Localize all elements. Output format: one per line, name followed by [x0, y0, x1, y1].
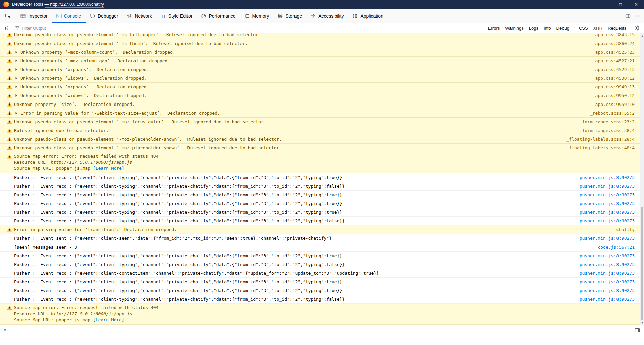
filter-button-xhr[interactable]: XHR — [591, 24, 605, 32]
log-message: Pusher : Event recd : {"event":"client-t… — [14, 278, 574, 286]
filter-button-requests[interactable]: Requests — [605, 24, 629, 32]
source-location-link[interactable]: app.css:9959:10 — [595, 100, 635, 109]
source-location-link[interactable]: app.css:9950:12 — [595, 91, 635, 100]
scrollbar-thumb[interactable] — [641, 207, 643, 320]
more-tools-button[interactable] — [633, 12, 641, 20]
source-location-link[interactable]: pusher.min.js:8:90273 — [580, 173, 635, 182]
disclosure-arrow-icon — [14, 65, 18, 74]
split-panel-button[interactable] — [624, 12, 632, 20]
source-location-link[interactable]: pusher.min.js:8:90273 — [580, 234, 635, 243]
tab-style-editor[interactable]: {}Style Editor — [156, 9, 197, 23]
titlebar: Developer Tools — http://127.0.0.1:8000/… — [0, 0, 644, 9]
sourcemap-warning: Source map error: Error: request failed … — [14, 304, 635, 324]
source-location-link[interactable]: _form-range.scss:23:2 — [580, 118, 635, 126]
source-location-link[interactable]: pusher.min.js:8:90273 — [580, 199, 635, 208]
resource-url-label: Resource URL: — [14, 160, 51, 165]
console-row: Unknown pseudo-class or pseudo-element ‘… — [0, 33, 644, 39]
minimize-button[interactable]: – — [597, 0, 612, 9]
warning-icon — [5, 48, 14, 56]
source-location-link[interactable]: code.js:567:21 — [598, 243, 635, 251]
tab-debugger[interactable]: Debugger — [86, 9, 123, 23]
disclosure-arrow-icon — [14, 91, 18, 100]
source-location-link[interactable]: pusher.min.js:8:90273 — [580, 295, 635, 303]
console-row: Pusher : Event recd : {"event":"client-t… — [0, 252, 644, 260]
tab-application[interactable]: Application — [348, 9, 388, 23]
console-settings-button[interactable] — [633, 24, 641, 32]
source-location-link[interactable]: _form-range.scss:38:4 — [580, 126, 635, 135]
debugger-icon — [90, 13, 95, 19]
filter-button-logs[interactable]: Logs — [526, 24, 541, 32]
source-location-link[interactable]: pusher.min.js:8:90273 — [580, 182, 635, 190]
tab-storage[interactable]: Storage — [273, 9, 306, 23]
source-location-link[interactable]: pusher.min.js:8:90273 — [580, 191, 635, 199]
tab-inspector[interactable]: Inspector — [16, 9, 52, 23]
console-row: Pusher : Event recd : {"event":"client-t… — [0, 286, 644, 295]
log-message: Unknown property ‘-moz-column-gap’. Decl… — [20, 57, 589, 65]
scrollbar-up-arrow[interactable] — [640, 33, 644, 38]
log-message: Unknown property ‘widows’. Declaration d… — [20, 91, 589, 100]
source-location-link[interactable]: pusher.min.js:8:90273 — [580, 260, 635, 269]
filter-button-css[interactable]: CSS — [576, 24, 591, 32]
devtools-tabs: InspectorConsoleDebuggerNetwork{}Style E… — [16, 9, 388, 23]
tab-network[interactable]: Network — [122, 9, 156, 23]
source-location-link[interactable]: app.css:3860:24 — [595, 39, 635, 48]
log-icon-slot — [5, 260, 14, 269]
learn-more-link[interactable]: [Learn More] — [93, 166, 124, 171]
console-row: Pusher : Event recd : {"event":"client-t… — [0, 278, 644, 286]
source-location-link[interactable]: pusher.min.js:8:90273 — [580, 278, 635, 286]
learn-more-link[interactable]: [Learn More] — [93, 317, 124, 322]
toolbar-divider — [574, 25, 574, 31]
filter-button-errors[interactable]: Errors — [485, 24, 502, 32]
console-command-input[interactable] — [10, 325, 641, 334]
warning-icon — [5, 57, 14, 65]
source-location-link[interactable]: pusher.min.js:8:90273 — [580, 286, 635, 295]
source-location-link[interactable]: app.css:4525:23 — [595, 48, 635, 56]
console-editor-area[interactable] — [0, 334, 644, 336]
source-location-link[interactable]: _reboot.scss:55:2 — [590, 109, 635, 117]
console-icon — [56, 13, 62, 19]
source-location-link[interactable]: _floating-labels.scss:48:4 — [567, 144, 635, 152]
scrollbar-down-arrow[interactable] — [640, 321, 644, 325]
vertical-scrollbar[interactable] — [640, 33, 644, 325]
tab-label: Application — [360, 13, 383, 19]
source-location-link[interactable]: pusher.min.js:8:90273 — [580, 269, 635, 277]
tab-label: Debugger — [98, 13, 118, 19]
filter-button-debug[interactable]: Debug — [554, 24, 572, 32]
source-location-link[interactable]: app.css:4527:21 — [595, 57, 635, 65]
tab-console[interactable]: Console — [52, 9, 86, 23]
log-message: Pusher : Event recd : {"event":"client-t… — [14, 199, 574, 208]
source-location-link[interactable]: _floating-labels.scss:28:4 — [567, 135, 635, 143]
source-location-link[interactable]: app.css:3843:15 — [595, 33, 635, 39]
console-row: Unknown property ‘-moz-column-count’. De… — [0, 48, 644, 57]
tab-label: Console — [64, 13, 81, 19]
close-button[interactable]: ✕ — [628, 0, 644, 9]
console-row: Unknown pseudo-class or pseudo-element ‘… — [0, 135, 644, 144]
filter-input[interactable] — [22, 26, 485, 31]
filter-button-warnings[interactable]: Warnings — [502, 24, 526, 32]
source-location-link[interactable]: app.css:4530:12 — [595, 74, 635, 82]
warning-icon — [5, 91, 14, 100]
disclosure-arrow-icon — [14, 48, 18, 56]
source-location-link[interactable]: pusher.min.js:8:90273 — [580, 217, 635, 225]
console-row: Pusher : Event recd : {"event":"client-t… — [0, 217, 644, 225]
performance-icon — [201, 13, 206, 19]
source-location-link[interactable]: chatify — [616, 225, 635, 234]
tab-performance[interactable]: Performance — [197, 9, 240, 23]
tab-accessibility[interactable]: Accessibility — [306, 9, 348, 23]
source-location-link[interactable]: pusher.min.js:8:90273 — [580, 252, 635, 260]
source-location-link[interactable]: app.css:4529:13 — [595, 65, 635, 74]
source-location-link[interactable]: app.css:9949:13 — [595, 83, 635, 91]
filter-button-info[interactable]: Info — [541, 24, 554, 32]
resource-url-value: http://127.0.0.1:8000/js/app.js — [51, 160, 132, 165]
maximize-button[interactable]: □ — [612, 0, 628, 9]
editor-mode-button[interactable] — [633, 326, 641, 334]
source-location-link[interactable]: pusher.min.js:8:90273 — [580, 208, 635, 216]
log-icon-slot — [5, 199, 14, 208]
console-row: Unknown property ‘size’. Declaration dro… — [0, 100, 644, 109]
clear-console-button[interactable] — [3, 24, 11, 32]
node-picker-button[interactable] — [0, 9, 16, 23]
tab-memory[interactable]: Memory — [240, 9, 274, 23]
console-row: Unknown property ‘orphans’. Declaration … — [0, 65, 644, 74]
console-row: Pusher : Event recd : {"event":"client-t… — [0, 208, 644, 217]
category-filter-group: CSSXHRRequests — [576, 24, 629, 32]
